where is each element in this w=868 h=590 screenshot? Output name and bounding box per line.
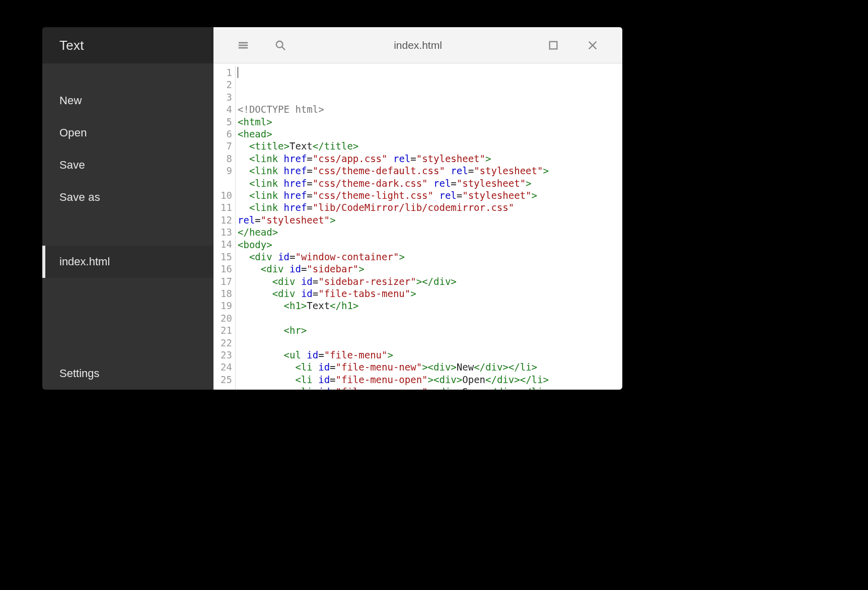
- line-gutter: 1234567891011121314151617181920212223242…: [213, 66, 236, 390]
- svg-line-4: [282, 46, 285, 49]
- text-cursor: [238, 67, 238, 78]
- file-menu-open[interactable]: Open: [42, 117, 213, 149]
- editor-pane: index.html 12345678910111213141516171819…: [213, 27, 622, 390]
- open-tabs: index.html: [42, 246, 213, 357]
- svg-rect-1: [239, 44, 248, 46]
- menu-icon[interactable]: [238, 40, 249, 51]
- file-menu-save[interactable]: Save: [42, 149, 213, 181]
- code-content[interactable]: <!DOCTYPE html><html><head> <title>Text<…: [236, 66, 622, 390]
- svg-rect-2: [239, 47, 248, 48]
- svg-point-3: [276, 41, 283, 47]
- search-icon[interactable]: [275, 40, 286, 51]
- toolbar: index.html: [213, 27, 622, 63]
- svg-rect-0: [239, 42, 248, 43]
- file-menu-new[interactable]: New: [42, 85, 213, 117]
- file-menu-saveas[interactable]: Save as: [42, 181, 213, 213]
- svg-rect-5: [550, 41, 557, 49]
- sidebar: Text New Open Save Save as index.html Se…: [42, 27, 213, 390]
- close-icon[interactable]: [587, 40, 598, 51]
- app-title: Text: [42, 27, 213, 63]
- file-menu: New Open Save Save as: [42, 63, 213, 213]
- code-area[interactable]: 1234567891011121314151617181920212223242…: [213, 63, 622, 390]
- settings-button[interactable]: Settings: [42, 357, 213, 390]
- tab-index-html[interactable]: index.html: [42, 246, 213, 278]
- maximize-icon[interactable]: [548, 40, 559, 51]
- app-window: Text New Open Save Save as index.html Se…: [42, 27, 622, 390]
